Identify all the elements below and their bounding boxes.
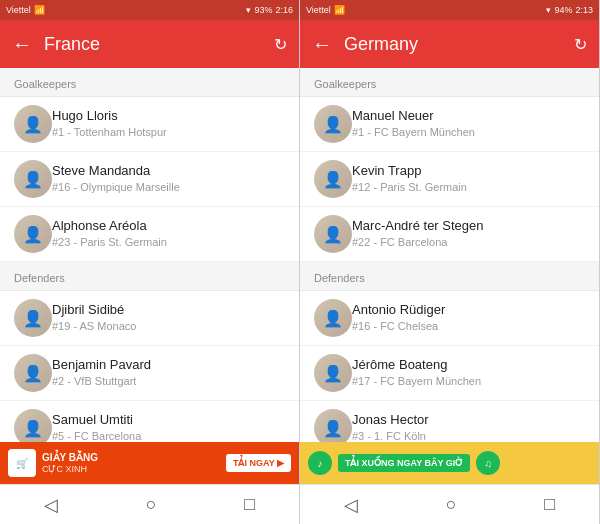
avatar: 👤	[314, 409, 352, 442]
time-label: 2:16	[275, 5, 293, 15]
carrier-label: Viettel	[306, 5, 331, 15]
back-button[interactable]: ←	[312, 33, 332, 56]
player-name: Alphonse Aréola	[52, 218, 167, 235]
france-def-label: Defenders	[0, 262, 299, 291]
spotify-logo: ♫	[476, 451, 500, 475]
time-label: 2:13	[575, 5, 593, 15]
germany-content: Goalkeepers 👤 Manuel Neuer #1 - FC Bayer…	[300, 68, 599, 442]
player-detail: #5 - FC Barcelona	[52, 429, 141, 442]
ad-text: GIẢY BẰNG CỰC XINH	[42, 452, 220, 474]
jonas-hector-item[interactable]: 👤 Jonas Hector #3 - 1. FC Köln	[300, 401, 599, 442]
player-info: Alphonse Aréola #23 - Paris St. Germain	[52, 218, 167, 249]
nav-home-icon[interactable]: ○	[446, 494, 457, 515]
germany-nav-bar: ◁ ○ □	[300, 484, 599, 524]
ad-cta-button[interactable]: TẢI NGAY ▶	[226, 454, 291, 472]
nav-home-icon[interactable]: ○	[146, 494, 157, 515]
france-ad-banner[interactable]: 🛒 GIẢY BẰNG CỰC XINH TẢI NGAY ▶	[0, 442, 299, 484]
avatar: 👤	[14, 215, 52, 253]
france-gk-label: Goalkeepers	[0, 68, 299, 97]
germany-ad-banner[interactable]: ♪ TẢI XUỐNG NGAY BÂY GIỜ ♫	[300, 442, 599, 484]
list-item[interactable]: 👤 Jérôme Boateng #17 - FC Bayern München	[300, 346, 599, 401]
list-item[interactable]: 👤 Benjamin Pavard #2 - VfB Stuttgart	[0, 346, 299, 401]
avatar: 👤	[314, 160, 352, 198]
refresh-icon[interactable]: ↻	[274, 35, 287, 54]
player-info: Steve Mandanda #16 - Olympique Marseille	[52, 163, 180, 194]
battery-label: 93%	[254, 5, 272, 15]
france-content: Goalkeepers 👤 Hugo Lloris #1 - Tottenham…	[0, 68, 299, 442]
germany-header: ← Germany ↻	[300, 20, 599, 68]
spotify-icon: ♪	[308, 451, 332, 475]
player-detail: #1 - FC Bayern München	[352, 125, 475, 139]
avatar: 👤	[14, 409, 52, 442]
ad-sub-text: CỰC XINH	[42, 464, 220, 474]
status-right: ▾ 94% 2:13	[546, 5, 593, 15]
avatar: 👤	[314, 354, 352, 392]
signal-icons: 📶	[34, 5, 45, 15]
nav-back-icon[interactable]: ◁	[344, 494, 358, 516]
avatar: 👤	[14, 299, 52, 337]
player-detail: #19 - AS Monaco	[52, 319, 136, 333]
list-item[interactable]: 👤 Antonio Rüdiger #16 - FC Chelsea	[300, 291, 599, 346]
nav-back-icon[interactable]: ◁	[44, 494, 58, 516]
player-name: Benjamin Pavard	[52, 357, 151, 374]
ad-content: 🛒 GIẢY BẰNG CỰC XINH TẢI NGAY ▶	[0, 449, 299, 477]
list-item[interactable]: 👤 Steve Mandanda #16 - Olympique Marseil…	[0, 152, 299, 207]
player-info: Antonio Rüdiger #16 - FC Chelsea	[352, 302, 445, 333]
france-title: France	[44, 34, 274, 55]
player-name: Marc-André ter Stegen	[352, 218, 484, 235]
player-info: Marc-André ter Stegen #22 - FC Barcelona	[352, 218, 484, 249]
nav-recent-icon[interactable]: □	[244, 494, 255, 515]
avatar: 👤	[14, 105, 52, 143]
list-item[interactable]: 👤 Samuel Umtiti #5 - FC Barcelona	[0, 401, 299, 442]
status-left: Viettel 📶	[306, 5, 345, 15]
player-info: Kevin Trapp #12 - Paris St. Germain	[352, 163, 467, 194]
carrier-label: Viettel	[6, 5, 31, 15]
ad-main-text: GIẢY BẰNG	[42, 452, 220, 464]
player-name: Djibril Sidibé	[52, 302, 136, 319]
player-name: Antonio Rüdiger	[352, 302, 445, 319]
player-detail: #1 - Tottenham Hotspur	[52, 125, 167, 139]
battery-label: 94%	[554, 5, 572, 15]
wifi-icon: ▾	[546, 5, 551, 15]
list-item[interactable]: 👤 Marc-André ter Stegen #22 - FC Barcelo…	[300, 207, 599, 262]
avatar: 👤	[314, 105, 352, 143]
player-info: Benjamin Pavard #2 - VfB Stuttgart	[52, 357, 151, 388]
player-name: Manuel Neuer	[352, 108, 475, 125]
wifi-icon: ▾	[246, 5, 251, 15]
player-info: Hugo Lloris #1 - Tottenham Hotspur	[52, 108, 167, 139]
france-nav-bar: ◁ ○ □	[0, 484, 299, 524]
france-panel: Viettel 📶 ▾ 93% 2:16 ← France ↻ Goalkeep…	[0, 0, 300, 524]
list-item[interactable]: 👤 Hugo Lloris #1 - Tottenham Hotspur	[0, 97, 299, 152]
list-item[interactable]: 👤 Alphonse Aréola #23 - Paris St. Germai…	[0, 207, 299, 262]
france-status-bar: Viettel 📶 ▾ 93% 2:16	[0, 0, 299, 20]
germany-gk-label: Goalkeepers	[300, 68, 599, 97]
player-info: Jonas Hector #3 - 1. FC Köln	[352, 412, 429, 442]
status-left: Viettel 📶	[6, 5, 45, 15]
list-item[interactable]: 👤 Kevin Trapp #12 - Paris St. Germain	[300, 152, 599, 207]
list-item[interactable]: 👤 Djibril Sidibé #19 - AS Monaco	[0, 291, 299, 346]
nav-recent-icon[interactable]: □	[544, 494, 555, 515]
france-header: ← France ↻	[0, 20, 299, 68]
back-button[interactable]: ←	[12, 33, 32, 56]
spotify-cta-button[interactable]: TẢI XUỐNG NGAY BÂY GIỜ	[338, 454, 470, 472]
player-detail: #16 - Olympique Marseille	[52, 180, 180, 194]
player-name: Steve Mandanda	[52, 163, 180, 180]
player-name: Jérôme Boateng	[352, 357, 481, 374]
signal-icons: 📶	[334, 5, 345, 15]
avatar: 👤	[14, 160, 52, 198]
germany-panel: Viettel 📶 ▾ 94% 2:13 ← Germany ↻ Goalkee…	[300, 0, 600, 524]
player-info: Samuel Umtiti #5 - FC Barcelona	[52, 412, 141, 442]
player-info: Manuel Neuer #1 - FC Bayern München	[352, 108, 475, 139]
jonas-hector-detail: #3 - 1. FC Köln	[352, 429, 429, 442]
status-right: ▾ 93% 2:16	[246, 5, 293, 15]
ad-content: ♪ TẢI XUỐNG NGAY BÂY GIỜ ♫	[300, 451, 599, 475]
shopee-icon: 🛒	[8, 449, 36, 477]
refresh-icon[interactable]: ↻	[574, 35, 587, 54]
avatar: 👤	[314, 299, 352, 337]
germany-def-label: Defenders	[300, 262, 599, 291]
list-item[interactable]: 👤 Manuel Neuer #1 - FC Bayern München	[300, 97, 599, 152]
avatar: 👤	[314, 215, 352, 253]
player-name: Samuel Umtiti	[52, 412, 141, 429]
player-detail: #22 - FC Barcelona	[352, 235, 484, 249]
player-detail: #2 - VfB Stuttgart	[52, 374, 151, 388]
